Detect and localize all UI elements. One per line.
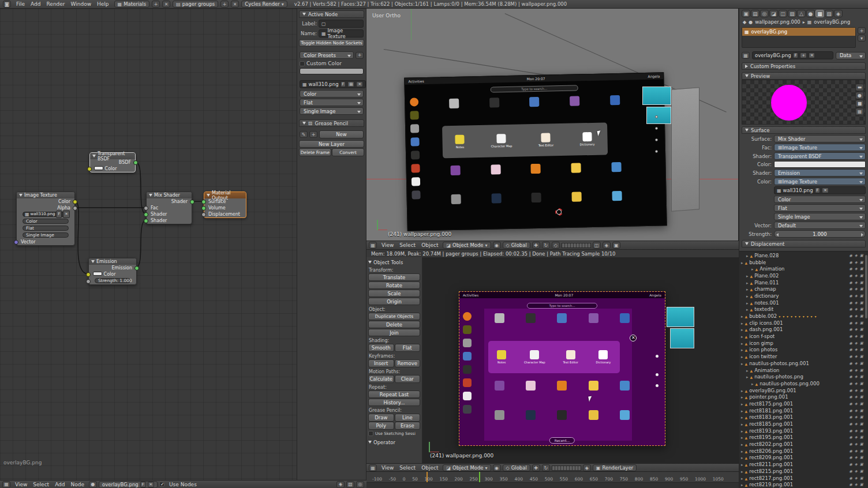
visibility-eye-icon[interactable]: ◉: [849, 314, 852, 318]
render-layer-selector[interactable]: ▣RenderLayer: [593, 464, 637, 471]
remove-keyframe-button[interactable]: Remove: [395, 359, 421, 367]
socket-color-in[interactable]: [86, 272, 91, 277]
tab-particles[interactable]: ▧: [825, 10, 833, 17]
tab-modifiers[interactable]: ▨: [788, 10, 796, 17]
render-camera-icon[interactable]: ▣: [860, 301, 863, 305]
selectability-icon[interactable]: ◈: [855, 334, 858, 339]
render-camera-icon[interactable]: ▣: [860, 294, 863, 298]
expand-icon[interactable]: [746, 374, 749, 380]
outliner-row[interactable]: rect8181.png.001 ◉◈▣: [739, 407, 868, 414]
browse-texture-button[interactable]: ▦: [742, 52, 750, 59]
outliner-row[interactable]: rect8217.png.001 ◉◈▣: [739, 475, 868, 482]
render-camera-icon[interactable]: ▣: [860, 455, 863, 460]
selectability-icon[interactable]: ◈: [855, 482, 858, 487]
toggle-hidden-sockets-button[interactable]: Toggle Hidden Node Sockets: [299, 39, 364, 47]
outliner-row[interactable]: dash.png.001 ◉◈▣: [739, 326, 868, 333]
selectability-icon[interactable]: ◈: [855, 408, 858, 413]
visibility-eye-icon[interactable]: ◉: [849, 301, 852, 305]
outliner-row[interactable]: rect8215.png.001 ◉◈▣: [739, 468, 868, 475]
selectability-icon[interactable]: ◈: [855, 253, 858, 258]
selectability-icon[interactable]: ◈: [855, 368, 858, 373]
tab-data[interactable]: △: [797, 10, 806, 17]
scale-manipulator-icon[interactable]: ◇: [552, 242, 560, 249]
expand-icon[interactable]: [741, 428, 743, 434]
outliner-row[interactable]: nautilus-photos.png.000 ◉◈▣: [739, 380, 868, 387]
browse-button[interactable]: ▤: [347, 81, 354, 87]
socket-shader1-in[interactable]: [144, 212, 148, 217]
visibility-eye-icon[interactable]: ◉: [849, 381, 852, 386]
node-mix-shader[interactable]: Mix Shader Shader Fac Shader Shader: [146, 192, 192, 224]
unlink-button[interactable]: ✕: [63, 211, 69, 218]
selectability-icon[interactable]: ◈: [855, 327, 858, 332]
render-camera-icon[interactable]: ▣: [860, 321, 863, 325]
visibility-eye-icon[interactable]: ◉: [849, 260, 852, 265]
visibility-eye-icon[interactable]: ◉: [849, 347, 852, 352]
node-label-input[interactable]: ▢: [319, 20, 364, 28]
fake-user-button[interactable]: F: [140, 482, 146, 487]
selectability-icon[interactable]: ◈: [855, 429, 858, 433]
node-color-swatch[interactable]: [300, 68, 364, 74]
history-button[interactable]: History...: [368, 399, 420, 406]
menu-item[interactable]: Node: [68, 482, 88, 487]
snap-icon[interactable]: ◈: [336, 481, 345, 488]
render-camera-icon[interactable]: ▣: [860, 314, 863, 318]
node-transparent-bsdf[interactable]: Transparent BSDF BSDF Color: [89, 152, 136, 172]
selectability-icon[interactable]: ◈: [855, 435, 858, 440]
visibility-eye-icon[interactable]: ◉: [849, 253, 852, 258]
gp-new-button[interactable]: New: [319, 130, 364, 138]
selectability-icon[interactable]: ◈: [855, 361, 858, 366]
visibility-eye-icon[interactable]: ◉: [849, 401, 852, 406]
menu-item[interactable]: Add: [52, 482, 68, 487]
render-camera-icon[interactable]: ▣: [860, 395, 863, 399]
fake-user-button[interactable]: F: [815, 187, 821, 193]
outliner-row[interactable]: clip icons.001 ◉◈▣: [739, 320, 868, 326]
color-presets-select[interactable]: Color Presets: [300, 51, 354, 59]
slot-add-button[interactable]: +: [858, 27, 866, 34]
fake-user-button[interactable]: F: [56, 211, 62, 218]
sketching-sessions-checkbox[interactable]: [368, 431, 373, 436]
selectability-icon[interactable]: ◈: [855, 415, 858, 419]
outliner-row[interactable]: notes.001 ◉◈▣: [739, 299, 868, 306]
strength-slider[interactable]: Strength: 1.000: [95, 278, 130, 283]
outliner-row[interactable]: rect8209.png.001 ◉◈▣: [739, 455, 868, 461]
render-opengl-icon[interactable]: ▣: [612, 242, 620, 249]
render-camera-icon[interactable]: ▣: [860, 401, 863, 406]
selectability-icon[interactable]: ◈: [855, 307, 858, 311]
add-preset-button[interactable]: +: [356, 52, 364, 59]
expand-icon[interactable]: [746, 280, 749, 286]
shader2-link-select[interactable]: Emission: [774, 169, 866, 177]
expand-icon[interactable]: [741, 482, 743, 487]
image-datablock[interactable]: ▦wall310.pngF▤✕: [300, 80, 366, 88]
outliner-row[interactable]: Plane.011 ◉◈▣: [739, 279, 868, 286]
selectability-icon[interactable]: ◈: [855, 287, 858, 291]
visibility-eye-icon[interactable]: ◉: [849, 321, 852, 325]
render-camera-icon[interactable]: ▣: [860, 260, 863, 265]
render-camera-icon[interactable]: ▣: [860, 462, 863, 467]
translate-manipulator-icon[interactable]: ✚: [532, 464, 540, 471]
expand-icon[interactable]: [741, 361, 743, 366]
screen-layout-selector[interactable]: ▤pager groups: [173, 1, 218, 7]
expand-icon[interactable]: [746, 293, 749, 299]
surface-select[interactable]: Mix Shader: [774, 135, 866, 142]
outliner-row[interactable]: icon f-spot ◉◈▣: [739, 333, 868, 340]
selectability-icon[interactable]: ◈: [855, 395, 858, 399]
visibility-eye-icon[interactable]: ◉: [849, 266, 852, 271]
render-camera-icon[interactable]: ▣: [860, 287, 863, 291]
render-camera-icon[interactable]: ▣: [860, 334, 863, 339]
selectability-icon[interactable]: ◈: [855, 476, 858, 481]
visibility-eye-icon[interactable]: ◉: [849, 361, 852, 366]
mode-selector[interactable]: ◪Object Mode▾: [443, 242, 491, 249]
outliner-row[interactable]: rect8219.png.001 ◉◈▣: [739, 481, 868, 488]
expand-icon[interactable]: [741, 313, 743, 319]
snap-icon[interactable]: ◈: [583, 464, 591, 471]
rotate-manipulator-icon[interactable]: ↻: [542, 242, 550, 249]
selectability-icon[interactable]: ◈: [855, 442, 858, 446]
visibility-eye-icon[interactable]: ◉: [849, 327, 852, 332]
visibility-eye-icon[interactable]: ◉: [849, 476, 852, 481]
outliner-row[interactable]: overlayBG.png.001 ◉◈▣: [739, 387, 868, 394]
render-camera-icon[interactable]: ▣: [860, 280, 863, 285]
render-camera-icon[interactable]: ▣: [860, 347, 863, 352]
visibility-eye-icon[interactable]: ◉: [849, 354, 852, 359]
operator-panel-header[interactable]: Operator: [368, 438, 420, 446]
outliner-row[interactable]: Plane.028 ◉◈▣: [739, 252, 868, 259]
